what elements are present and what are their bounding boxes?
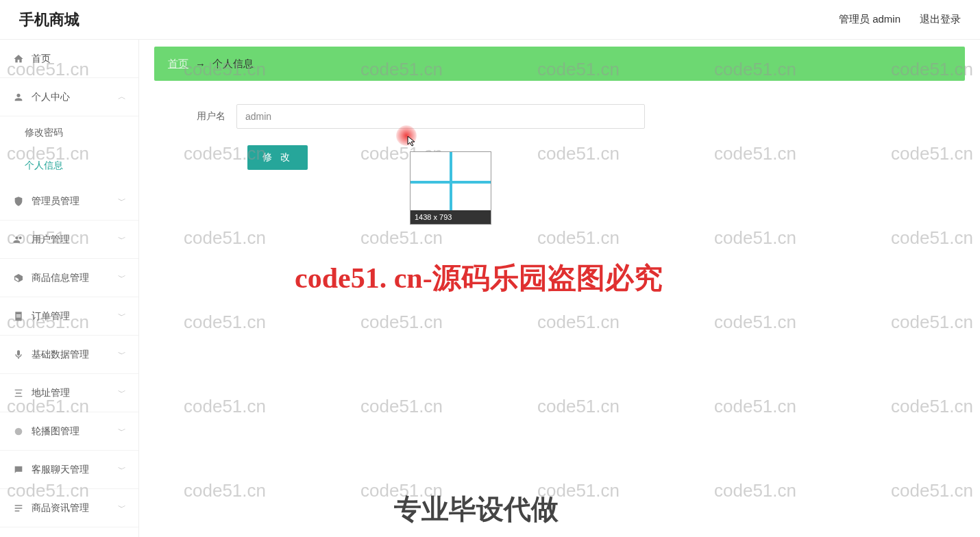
top-right: 管理员 admin 退出登录 xyxy=(839,13,961,26)
sidebar-item-label: 商品信息管理 xyxy=(32,272,89,284)
form-row-submit: 修 改 xyxy=(175,145,944,170)
sidebar-subitem-personal-info[interactable]: 个人信息 xyxy=(0,149,138,182)
chevron-down-icon: ﹀ xyxy=(118,387,126,399)
users-icon xyxy=(12,234,25,246)
sidebar-item-label: 订单管理 xyxy=(32,310,70,323)
submit-button[interactable]: 修 改 xyxy=(247,145,308,170)
chevron-down-icon: ﹀ xyxy=(118,464,126,475)
sidebar-item-carousel-mgmt[interactable]: 轮播图管理 ﹀ xyxy=(0,412,138,451)
chevron-down-icon: ﹀ xyxy=(118,310,126,322)
username-input[interactable] xyxy=(236,104,645,129)
sidebar-item-news-mgmt[interactable]: 商品资讯管理 ﹀ xyxy=(0,489,138,527)
sidebar-item-label: 客服聊天管理 xyxy=(32,464,89,476)
sidebar-item-order-mgmt[interactable]: 订单管理 ﹀ xyxy=(0,297,138,336)
admin-label[interactable]: 管理员 admin xyxy=(839,13,901,26)
sidebar-item-user-mgmt[interactable]: 用户管理 ﹀ xyxy=(0,221,138,259)
receipt-icon xyxy=(12,310,25,323)
image-icon xyxy=(12,425,25,438)
sidebar-item-address-mgmt[interactable]: 地址管理 ﹀ xyxy=(0,374,138,412)
sidebar-item-label: 商品资讯管理 xyxy=(32,502,89,514)
svg-point-0 xyxy=(15,427,23,435)
breadcrumb-current: 个人信息 xyxy=(212,58,254,71)
main-layout: 首页 个人中心 ︿ 修改密码 个人信息 管理员管理 ﹀ 用户管理 ﹀ 商品信息管… xyxy=(0,40,980,537)
shield-icon xyxy=(12,195,25,208)
chevron-down-icon: ﹀ xyxy=(118,234,126,245)
breadcrumb: 首页 → 个人信息 xyxy=(154,47,965,81)
sidebar-item-home[interactable]: 首页 xyxy=(0,40,138,78)
home-icon xyxy=(12,53,25,65)
box-icon xyxy=(12,272,25,284)
location-icon xyxy=(12,387,25,399)
sidebar-item-label: 个人中心 xyxy=(32,91,70,103)
sidebar-subitem-change-password[interactable]: 修改密码 xyxy=(0,116,138,149)
breadcrumb-home-link[interactable]: 首页 xyxy=(168,58,188,71)
logout-link[interactable]: 退出登录 xyxy=(920,13,961,26)
mic-icon xyxy=(12,349,25,361)
chevron-down-icon: ﹀ xyxy=(118,425,126,437)
person-icon xyxy=(12,91,25,103)
sidebar-item-label: 管理员管理 xyxy=(32,195,79,208)
sidebar-item-label: 地址管理 xyxy=(32,387,70,399)
chevron-down-icon: ﹀ xyxy=(118,502,126,514)
sidebar-item-base-data-mgmt[interactable]: 基础数据管理 ﹀ xyxy=(0,336,138,374)
sidebar-item-product-info-mgmt[interactable]: 商品信息管理 ﹀ xyxy=(0,259,138,297)
username-label: 用户名 xyxy=(175,110,236,123)
chevron-down-icon: ﹀ xyxy=(118,272,126,284)
sidebar-item-label: 用户管理 xyxy=(32,234,70,246)
sidebar-item-admin-mgmt[interactable]: 管理员管理 ﹀ xyxy=(0,182,138,221)
sidebar-item-chat-mgmt[interactable]: 客服聊天管理 ﹀ xyxy=(0,451,138,489)
sidebar: 首页 个人中心 ︿ 修改密码 个人信息 管理员管理 ﹀ 用户管理 ﹀ 商品信息管… xyxy=(0,40,139,537)
breadcrumb-arrow: → xyxy=(195,58,206,70)
form-area: 用户名 修 改 xyxy=(154,81,965,214)
sidebar-item-label: 首页 xyxy=(32,53,51,65)
content-area: 首页 → 个人信息 用户名 修 改 xyxy=(139,40,980,537)
chevron-down-icon: ﹀ xyxy=(118,195,126,207)
sidebar-item-label: 基础数据管理 xyxy=(32,349,89,361)
form-row-username: 用户名 xyxy=(175,104,944,129)
logo: 手机商城 xyxy=(19,10,79,30)
sidebar-item-label: 轮播图管理 xyxy=(32,425,79,438)
top-bar: 手机商城 管理员 admin 退出登录 xyxy=(0,0,980,40)
chat-icon xyxy=(12,464,25,476)
news-icon xyxy=(12,502,25,514)
chevron-down-icon: ﹀ xyxy=(118,349,126,360)
chevron-up-icon: ︿ xyxy=(118,91,126,103)
sidebar-item-personal-center[interactable]: 个人中心 ︿ xyxy=(0,78,138,116)
